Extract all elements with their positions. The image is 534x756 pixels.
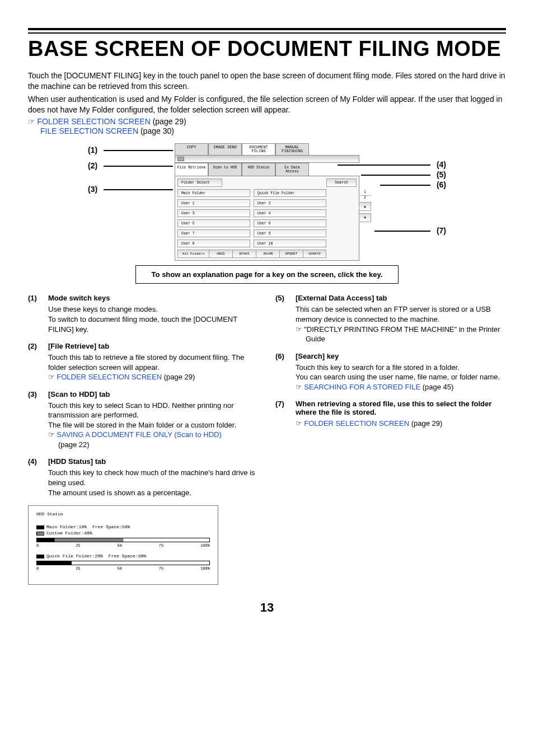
pager: 1 2 ▲ ▼ — [359, 189, 371, 222]
callout-line — [361, 175, 430, 176]
page-up-button[interactable]: ▲ — [359, 202, 371, 211]
hdd-bar-1 — [36, 538, 210, 542]
hdd-bar-2 — [36, 561, 210, 565]
page-number: 13 — [28, 600, 506, 615]
bar-seg-main — [37, 538, 54, 542]
arrow-down-icon: ▼ — [364, 216, 366, 220]
folder-user3[interactable]: User 3 — [177, 209, 250, 217]
hdd-free2: Free Space:80% — [109, 553, 146, 558]
item-title: [Scan to HDD] tab — [48, 390, 110, 398]
item-num: (5) — [275, 294, 296, 302]
ref-tail: (page 29) — [162, 373, 195, 381]
folder-user7[interactable]: User 7 — [177, 229, 250, 237]
link-scan-to-hdd[interactable]: SAVING A DOCUMENT FILE ONLY (Scan to HDD… — [57, 430, 222, 439]
callout-line — [104, 189, 173, 190]
page-down-button[interactable]: ▼ — [359, 213, 371, 222]
description-columns: (1)Mode switch keys Use these keys to ch… — [28, 294, 506, 585]
body-line: You can search using the user name, file… — [296, 373, 500, 381]
swatch-main-icon — [36, 525, 44, 529]
folder-select-button[interactable]: Folder Select — [177, 179, 222, 187]
crossref-2-tail: (page 30) — [138, 126, 174, 135]
alpha-all[interactable]: All Folders — [177, 250, 209, 258]
tick: 100% — [200, 543, 210, 548]
tab-document-filing[interactable]: DOCUMENT FILING — [242, 143, 275, 155]
crossref-1: ☞ FOLDER SELECTION SCREEN (page 29) — [28, 117, 506, 126]
panel-screenshot: (1) (2) (3) (4) (5) (6) (7) COPY IMAGE S… — [88, 143, 446, 261]
item-num: (4) — [28, 457, 48, 466]
alpha-uvwxyz[interactable]: UVWXYZ — [303, 250, 326, 258]
crossref-2: FILE SELECTION SCREEN (page 30) — [40, 126, 506, 135]
link-searching[interactable]: SEARCHING FOR A STORED FILE — [304, 383, 420, 391]
item-title: [Search] key — [296, 352, 339, 360]
pointer-icon: ☞ — [296, 419, 304, 428]
callout-line — [374, 231, 430, 232]
tick: 100% — [200, 566, 210, 571]
folder-user1[interactable]: User 1 — [177, 199, 250, 207]
link-folder-selection[interactable]: FOLDER SELECTION SCREEN — [38, 117, 151, 126]
hdd-title: HDD Status — [36, 511, 210, 516]
tab-file-retrieve[interactable]: File Retrieve — [175, 163, 208, 176]
tab-ex-data-access[interactable]: Ex Data Access — [275, 163, 309, 176]
alpha-jklmn[interactable]: JKLMN — [256, 250, 279, 258]
tick: 25 — [76, 566, 80, 571]
tab-hdd-status[interactable]: HDD Status — [242, 163, 275, 176]
folder-user2[interactable]: User 2 — [254, 199, 326, 207]
tab-copy[interactable]: COPY — [175, 143, 208, 155]
ref-plain: ☞ "DIRECTLY PRINTING FROM THE MACHINE" i… — [306, 325, 506, 344]
tick: 75 — [159, 566, 163, 571]
callout-7: (7) — [437, 226, 446, 235]
callout-4: (4) — [437, 160, 446, 169]
left-column: (1)Mode switch keys Use these keys to ch… — [28, 294, 259, 585]
callout-line — [104, 166, 173, 167]
body-line: The file will be stored in the Main fold… — [48, 421, 236, 429]
intro-paragraph-1: Touch the [DOCUMENT FILING] key in the t… — [28, 71, 506, 92]
right-column: (5)[External Data Access] tab This can b… — [275, 294, 506, 585]
search-button[interactable]: Search — [326, 179, 357, 187]
folder-user6[interactable]: User 6 — [254, 219, 326, 227]
callout-5: (5) — [437, 170, 446, 179]
item-num: (1) — [28, 294, 48, 302]
item-title: Mode switch keys — [48, 294, 110, 302]
folder-user9[interactable]: User 9 — [177, 240, 250, 247]
hdd-free1: Free Space:50% — [92, 524, 130, 529]
tick: 0 — [36, 566, 39, 571]
tab-image-send[interactable]: IMAGE SEND — [208, 143, 242, 155]
link-folder-selection[interactable]: FOLDER SELECTION SCREEN — [57, 373, 162, 381]
intro-paragraph-2: When user authentication is used and My … — [28, 94, 506, 115]
folder-main[interactable]: Main Folder — [177, 189, 250, 197]
ref-tail: (page 22) — [58, 440, 90, 449]
ref-tail: (page 45) — [420, 383, 453, 391]
explanation-note: To show an explanation page for a key on… — [135, 265, 399, 284]
item-3: (3)[Scan to HDD] tab Touch this key to s… — [28, 390, 259, 450]
alpha-abcd[interactable]: ABCD — [209, 250, 232, 258]
callout-line — [380, 185, 430, 186]
folder-quick[interactable]: Quick File Folder — [254, 189, 326, 197]
tab-manual-finishing[interactable]: MANUAL FINISHING — [275, 143, 309, 155]
folder-user8[interactable]: User 8 — [254, 229, 326, 237]
folder-user10[interactable]: User 10 — [254, 240, 326, 247]
item-6: (6)[Search] key Touch this key to search… — [275, 352, 506, 392]
link-file-selection[interactable]: FILE SELECTION SCREEN — [40, 126, 138, 135]
body-line: Touch this key to search for a file stor… — [296, 363, 460, 372]
hdd-quick-label: Quick File Folder:20% — [36, 553, 103, 558]
item-5: (5)[External Data Access] tab This can b… — [275, 294, 506, 344]
hdd-custom-label: Custom Folder:40% — [36, 530, 92, 536]
item-title: [External Data Access] tab — [296, 294, 387, 302]
tab-scan-to-hdd[interactable]: Scan to HDD — [208, 163, 242, 176]
page-title: BASE SCREEN OF DOCUMENT FILING MODE — [28, 38, 506, 60]
body-line: Use these keys to change modes. — [48, 305, 158, 313]
folder-user5[interactable]: User 5 — [177, 219, 250, 227]
hdd-main-label: Main Folder:10% — [36, 524, 87, 529]
item-title: [HDD Status] tab — [48, 457, 106, 466]
link-folder-selection[interactable]: FOLDER SELECTION SCREEN — [304, 419, 409, 428]
item-4: (4)[HDD Status] tab Touch this key to ch… — [28, 457, 259, 497]
ticks-2: 0255075100% — [36, 566, 210, 571]
tick: 75 — [159, 543, 163, 548]
item-1: (1)Mode switch keys Use these keys to ch… — [28, 294, 259, 334]
alpha-efghi[interactable]: EFGHI — [232, 250, 256, 258]
touch-panel: COPY IMAGE SEND DOCUMENT FILING MANUAL F… — [175, 143, 359, 261]
body-line: This can be selected when an FTP server … — [296, 305, 491, 323]
alpha-opqrst[interactable]: OPQRST — [279, 250, 303, 258]
folder-user4[interactable]: User 4 — [254, 209, 326, 217]
ref-tail: (page 29) — [409, 419, 442, 428]
